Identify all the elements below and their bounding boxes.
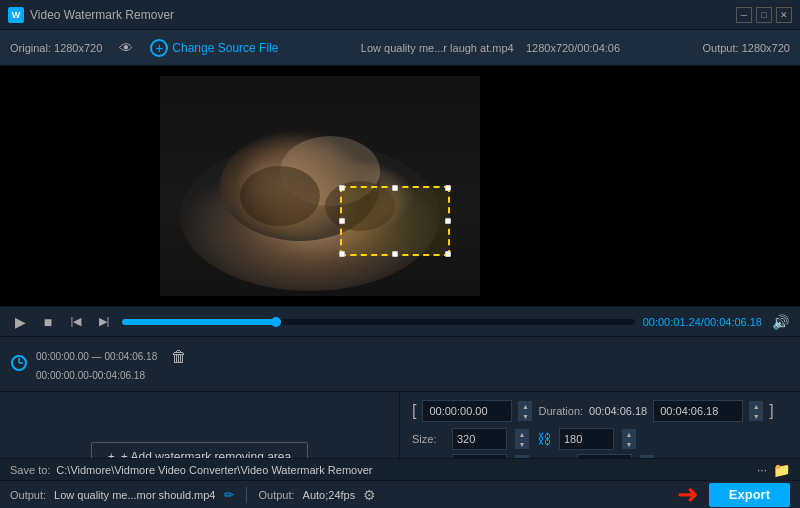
window-controls: ─ □ ✕ bbox=[736, 7, 792, 23]
end-time-down[interactable]: ▼ bbox=[749, 411, 763, 421]
resize-handle-bottomright[interactable] bbox=[445, 251, 451, 257]
progress-bar[interactable] bbox=[122, 319, 635, 325]
eye-toggle-button[interactable]: 👁 bbox=[114, 39, 138, 57]
export-button[interactable]: Export bbox=[709, 483, 790, 507]
topbar: Original: 1280x720 👁 + Change Source Fil… bbox=[0, 30, 800, 66]
resize-handle-leftmid[interactable] bbox=[339, 218, 345, 224]
video-placeholder bbox=[0, 66, 800, 306]
height-input[interactable] bbox=[559, 428, 614, 450]
file-info: Low quality me...r laugh at.mp4 1280x720… bbox=[361, 42, 620, 54]
close-button[interactable]: ✕ bbox=[776, 7, 792, 23]
video-area bbox=[0, 66, 800, 306]
resize-handle-topright[interactable] bbox=[445, 185, 451, 191]
progress-thumb bbox=[271, 317, 281, 327]
video-content bbox=[160, 76, 480, 296]
close-bracket: ] bbox=[769, 402, 773, 420]
file-resolution-duration: 1280x720/00:04:06 bbox=[526, 42, 620, 54]
open-bracket: [ bbox=[412, 402, 416, 420]
stop-button[interactable]: ■ bbox=[38, 312, 58, 332]
play-icon: ▶ bbox=[15, 314, 26, 330]
watermark-selection-box[interactable] bbox=[340, 186, 450, 256]
footer-output-label: Output: bbox=[10, 489, 46, 501]
footer-format-value: Auto;24fps bbox=[303, 489, 356, 501]
width-up[interactable]: ▲ bbox=[515, 429, 529, 439]
frame-forward-button[interactable]: ▶| bbox=[94, 312, 114, 332]
end-time-spinners: ▲ ▼ bbox=[749, 401, 763, 421]
resize-handle-bottomleft[interactable] bbox=[339, 251, 345, 257]
size-label: Size: bbox=[412, 433, 444, 445]
timeline-icon bbox=[10, 354, 30, 374]
volume-icon: 🔊 bbox=[772, 314, 789, 330]
minimize-button[interactable]: ─ bbox=[736, 7, 752, 23]
start-time-up[interactable]: ▲ bbox=[518, 401, 532, 411]
output-resolution-label: Output: 1280x720 bbox=[703, 42, 790, 54]
settings-button[interactable]: ⚙ bbox=[363, 487, 376, 503]
titlebar: W Video Watermark Remover ─ □ ✕ bbox=[0, 0, 800, 30]
progress-fill bbox=[122, 319, 276, 325]
size-row: Size: ▲ ▼ ⛓ ▲ ▼ bbox=[412, 428, 788, 450]
delete-timeline-button[interactable]: 🗑 bbox=[171, 348, 187, 366]
time-display: 00:00:01.24/00:04:06.18 bbox=[643, 316, 762, 328]
edit-filename-button[interactable]: ✏ bbox=[224, 488, 234, 502]
height-spinners: ▲ ▼ bbox=[622, 429, 636, 449]
time-range-row: [ ▲ ▼ Duration: 00:04:06.18 ▲ ▼ ] bbox=[412, 400, 788, 422]
width-spinners: ▲ ▼ bbox=[515, 429, 529, 449]
saveto-more-button[interactable]: ··· bbox=[757, 463, 767, 477]
app-title: Video Watermark Remover bbox=[30, 8, 174, 22]
saveto-bar: Save to: C:\Vidmore\Vidmore Video Conver… bbox=[0, 458, 800, 480]
play-button[interactable]: ▶ bbox=[10, 312, 30, 332]
footer: Output: Low quality me...mor should.mp4 … bbox=[0, 480, 800, 508]
maximize-button[interactable]: □ bbox=[756, 7, 772, 23]
duration-value: 00:04:06.18 bbox=[589, 405, 647, 417]
footer-output-filename: Low quality me...mor should.mp4 bbox=[54, 489, 215, 501]
eye-icon: 👁 bbox=[119, 40, 133, 56]
current-time: 00:00:01.24 bbox=[643, 316, 701, 328]
timeline-range: 00:00:00.00 — 00:04:06.18 bbox=[36, 351, 157, 362]
width-input[interactable] bbox=[452, 428, 507, 450]
filename: Low quality me...r laugh at.mp4 bbox=[361, 42, 514, 54]
footer-format-label: Output: bbox=[259, 489, 295, 501]
start-time-input[interactable] bbox=[422, 400, 512, 422]
saveto-folder-button[interactable]: 📁 bbox=[773, 462, 790, 478]
height-down[interactable]: ▼ bbox=[622, 439, 636, 449]
start-time-spinners: ▲ ▼ bbox=[518, 401, 532, 421]
change-source-button[interactable]: + Change Source File bbox=[150, 39, 278, 57]
resize-handle-bottommid[interactable] bbox=[392, 251, 398, 257]
saveto-label: Save to: bbox=[10, 464, 50, 476]
frame-forward-icon: ▶| bbox=[99, 315, 110, 328]
total-time: 00:04:06.18 bbox=[704, 316, 762, 328]
controls-bar: ▶ ■ |◀ ▶| 00:00:01.24/00:04:06.18 🔊 bbox=[0, 306, 800, 336]
saveto-path: C:\Vidmore\Vidmore Video Converter\Video… bbox=[56, 464, 751, 476]
frame-back-button[interactable]: |◀ bbox=[66, 312, 86, 332]
start-time-down[interactable]: ▼ bbox=[518, 411, 532, 421]
resize-handle-topmid[interactable] bbox=[392, 185, 398, 191]
stop-icon: ■ bbox=[44, 314, 52, 330]
timeline-segment: 00:00:00.00-00:04:06.18 bbox=[36, 370, 786, 381]
change-source-label: Change Source File bbox=[172, 41, 278, 55]
duration-label: Duration: bbox=[538, 405, 583, 417]
export-area: ➜ Export bbox=[677, 479, 790, 508]
volume-button[interactable]: 🔊 bbox=[770, 312, 790, 332]
video-frame bbox=[160, 76, 480, 296]
plus-circle-icon: + bbox=[150, 39, 168, 57]
svg-point-4 bbox=[240, 166, 320, 226]
frame-back-icon: |◀ bbox=[71, 315, 82, 328]
resize-handle-topleft[interactable] bbox=[339, 185, 345, 191]
footer-divider bbox=[246, 487, 247, 503]
app-icon: W bbox=[8, 7, 24, 23]
timeline-area: 00:00:00.00 — 00:04:06.18 🗑 00:00:00.00-… bbox=[0, 336, 800, 391]
height-up[interactable]: ▲ bbox=[622, 429, 636, 439]
end-time-up[interactable]: ▲ bbox=[749, 401, 763, 411]
original-resolution-label: Original: 1280x720 bbox=[10, 42, 102, 54]
end-time-input[interactable] bbox=[653, 400, 743, 422]
arrow-right-icon: ➜ bbox=[677, 479, 699, 508]
width-down[interactable]: ▼ bbox=[515, 439, 529, 449]
resize-handle-rightmid[interactable] bbox=[445, 218, 451, 224]
link-icon[interactable]: ⛓ bbox=[537, 431, 551, 447]
